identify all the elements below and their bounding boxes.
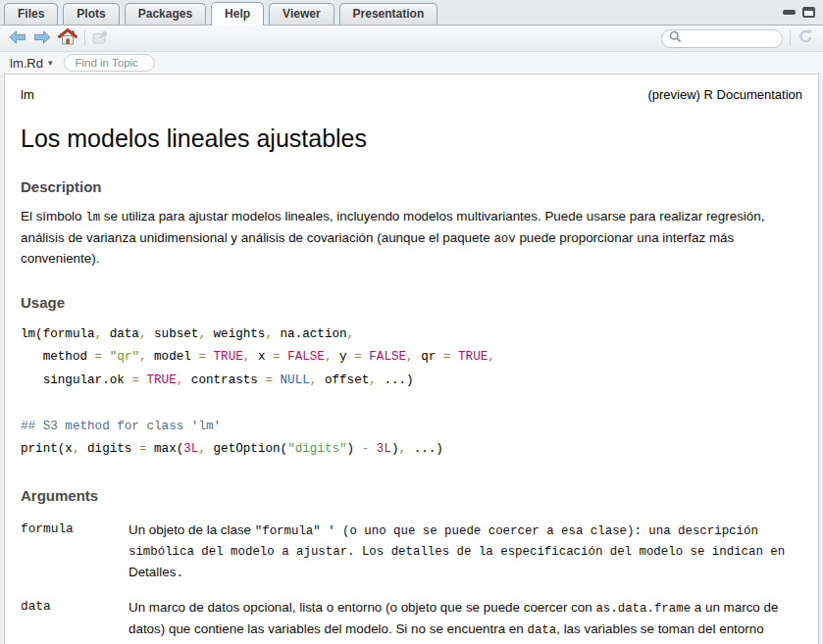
search-icon — [669, 29, 682, 47]
code-run: = — [198, 350, 206, 364]
code-run: , — [406, 350, 414, 364]
page-title: Los modelos lineales ajustables — [21, 124, 802, 153]
text-run: lm(formula — [21, 327, 95, 341]
chevron-down-icon: ▾ — [48, 58, 53, 68]
text-run: x — [250, 350, 273, 364]
forward-arrow-icon — [33, 30, 51, 47]
text-run: singular.ok — [21, 373, 131, 387]
text-run: Detalles — [129, 565, 176, 579]
doc-header-right: (preview) R Documentation — [647, 87, 802, 102]
text-run: data — [102, 327, 139, 341]
code-run: "qr" — [110, 350, 139, 364]
code-run: aov — [493, 232, 515, 246]
text-run — [281, 350, 288, 364]
code-run: lm — [85, 211, 100, 224]
text-run — [369, 442, 377, 456]
tab-plots[interactable]: Plots — [63, 3, 119, 25]
text-run: y — [333, 350, 355, 364]
search-input[interactable] — [682, 32, 776, 44]
help-pane: FilesPlotsPackagesHelpViewerPresentation — [0, 0, 823, 644]
text-run: model — [147, 350, 199, 364]
text-run: print(x — [21, 442, 73, 456]
usage-heading: Usage — [21, 294, 802, 311]
minimize-icon[interactable] — [783, 10, 796, 15]
forward-button[interactable] — [33, 30, 51, 47]
text-run: contrasts — [183, 373, 265, 387]
topic-bar: lm.Rd ▾ — [0, 52, 823, 74]
text-run: El símbolo — [21, 209, 85, 223]
refresh-button[interactable] — [797, 28, 814, 48]
argument-row: formulaUn objeto de la clase "formula" '… — [21, 520, 802, 584]
code-run: ## S3 method for class 'lm' — [21, 420, 221, 433]
window-controls — [783, 7, 815, 25]
text-run: qr — [414, 350, 443, 364]
code-run: FALSE — [369, 350, 406, 364]
code-run: data — [527, 623, 556, 637]
back-arrow-icon — [9, 30, 26, 47]
usage-code-line: print(x, digits = max(3L, getOption("dig… — [21, 438, 802, 462]
help-search-box — [661, 29, 783, 48]
open-in-new-window-button[interactable] — [92, 30, 109, 47]
find-in-topic-input[interactable] — [64, 54, 155, 72]
code-run: , — [369, 373, 377, 387]
usage-code-line: lm(formula, data, subset, weights, na.ac… — [21, 323, 802, 347]
text-run — [450, 350, 458, 364]
code-run: , — [198, 327, 206, 341]
text-run: Un marco de datos opcional, lista o ento… — [129, 600, 595, 615]
code-run: = — [354, 350, 362, 364]
text-run: method — [21, 350, 95, 364]
code-run: , — [139, 327, 147, 341]
text-run: max( — [147, 442, 184, 456]
back-button[interactable] — [9, 30, 26, 47]
code-run: , — [325, 350, 333, 364]
code-run: = — [139, 442, 147, 456]
usage-code-line: singular.ok = TRUE, contrasts = NULL, of… — [21, 370, 802, 393]
arguments-heading: Arguments — [21, 487, 802, 504]
tab-bar: FilesPlotsPackagesHelpViewerPresentation — [0, 0, 823, 25]
doc-header: lm (preview) R Documentation — [21, 87, 802, 102]
usage-code: lm(formula, data, subset, weights, na.ac… — [21, 323, 802, 462]
code-run: "digits" — [287, 442, 346, 456]
text-run — [206, 350, 214, 364]
usage-code-line — [21, 392, 802, 416]
description-paragraph: El símbolo lm se utiliza para ajustar mo… — [21, 207, 802, 269]
toolbar-separator-2 — [790, 30, 791, 46]
tab-files[interactable]: Files — [4, 3, 58, 25]
tab-presentation[interactable]: Presentation — [339, 3, 438, 25]
code-run: , — [399, 442, 407, 456]
text-run: weights — [206, 327, 265, 341]
code-run: = — [265, 373, 273, 387]
code-run: as.data.frame — [595, 602, 691, 616]
document: lm (preview) R Documentation Los modelos… — [4, 74, 819, 644]
code-run: = — [95, 350, 103, 364]
doc-topic-id: lm — [21, 87, 34, 102]
code-run: TRUE — [458, 350, 488, 364]
code-run: FALSE — [287, 350, 325, 364]
code-run: . — [176, 567, 182, 580]
topic-file-dropdown[interactable]: lm.Rd ▾ — [10, 56, 52, 71]
home-button[interactable] — [58, 28, 77, 48]
description-heading: Description — [21, 178, 802, 195]
toolbar-separator — [84, 30, 85, 46]
topic-file-label: lm.Rd — [10, 56, 43, 71]
argument-description: Un marco de datos opcional, lista o ento… — [129, 598, 802, 644]
tab-packages[interactable]: Packages — [125, 3, 206, 25]
code-run: 3L — [377, 442, 391, 456]
code-run: , — [139, 350, 147, 364]
usage-code-line: ## S3 method for class 'lm' — [21, 416, 802, 439]
refresh-icon — [797, 28, 814, 48]
document-area: lm (preview) R Documentation Los modelos… — [0, 74, 823, 644]
text-run: subset — [147, 327, 199, 341]
tabs: FilesPlotsPackagesHelpViewerPresentation — [4, 0, 783, 25]
text-run: ...) — [377, 373, 414, 387]
code-run: = — [273, 350, 281, 364]
tab-viewer[interactable]: Viewer — [269, 3, 334, 25]
tab-help[interactable]: Help — [211, 2, 264, 25]
home-icon — [58, 28, 77, 48]
text-run: Un objeto de la clase — [129, 522, 255, 537]
open-in-new-window-icon — [92, 30, 109, 47]
code-run: TRUE — [147, 373, 177, 387]
code-run: , — [347, 327, 355, 341]
maximize-icon[interactable] — [802, 7, 815, 18]
usage-code-line: method = "qr", model = TRUE, x = FALSE, … — [21, 346, 802, 370]
